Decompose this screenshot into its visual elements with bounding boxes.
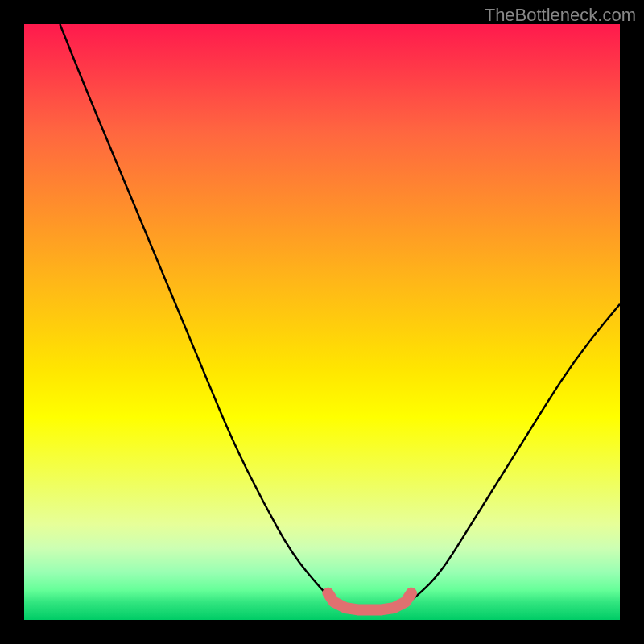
- optimal-zone-marker-path: [328, 593, 411, 610]
- watermark-text: TheBottleneck.com: [485, 5, 636, 26]
- plot-area: [24, 24, 620, 620]
- chart-container: TheBottleneck.com: [0, 0, 644, 644]
- bottleneck-curve-path: [60, 24, 620, 611]
- chart-svg: [24, 24, 620, 620]
